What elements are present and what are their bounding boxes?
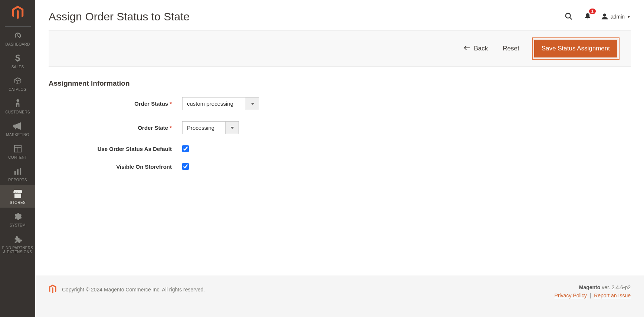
- svg-rect-1: [14, 145, 21, 152]
- report-link[interactable]: Report an Issue: [594, 293, 631, 298]
- separator: |: [590, 293, 591, 298]
- magento-small-icon: [49, 284, 57, 295]
- dashboard-icon: [0, 30, 35, 41]
- order-state-value: Processing: [183, 122, 225, 134]
- chart-icon: [0, 166, 35, 176]
- sidebar-item-sales[interactable]: SALES: [0, 49, 35, 72]
- sidebar-item-customers[interactable]: CUSTOMERS: [0, 95, 35, 117]
- sidebar-item-reports[interactable]: REPORTS: [0, 162, 35, 185]
- form-section: Assignment Information Order Status* cus…: [35, 67, 644, 194]
- sidebar-item-label: DASHBOARD: [0, 42, 35, 46]
- save-button[interactable]: Save Status Assignment: [534, 40, 617, 57]
- required-mark: *: [170, 100, 172, 107]
- page-title: Assign Order Status to State: [49, 10, 190, 23]
- visible-label: Visible On Storefront: [49, 164, 182, 170]
- search-icon: [565, 16, 573, 22]
- sidebar-item-system[interactable]: SYSTEM: [0, 208, 35, 230]
- order-status-label: Order Status*: [49, 100, 182, 107]
- search-button[interactable]: [563, 11, 574, 23]
- notification-badge: 1: [589, 9, 596, 14]
- required-mark: *: [170, 125, 172, 131]
- svg-line-8: [570, 17, 572, 19]
- user-menu[interactable]: admin ▼: [601, 13, 631, 21]
- page-header: Assign Order Status to State 1: [35, 0, 644, 30]
- sidebar-item-catalog[interactable]: CATALOG: [0, 72, 35, 95]
- magento-logo[interactable]: [5, 0, 31, 27]
- user-icon: [601, 13, 608, 21]
- store-icon: [0, 189, 35, 199]
- svg-rect-5: [17, 169, 19, 175]
- field-visible: Visible On Storefront: [49, 163, 631, 170]
- user-label: admin: [611, 14, 625, 20]
- chevron-down-icon: [246, 98, 259, 110]
- sidebar-item-label: CONTENT: [0, 155, 35, 159]
- box-icon: [0, 76, 35, 86]
- svg-rect-4: [14, 171, 16, 175]
- sidebar-item-content[interactable]: CONTENT: [0, 140, 35, 162]
- reset-button[interactable]: Reset: [503, 45, 519, 52]
- svg-rect-6: [20, 168, 21, 175]
- megaphone-icon: [0, 121, 35, 131]
- order-status-select[interactable]: custom processing: [182, 97, 259, 110]
- header-actions: 1 admin ▼: [563, 11, 631, 23]
- visible-checkbox[interactable]: [182, 163, 189, 170]
- sidebar-item-marketing[interactable]: MARKETING: [0, 117, 35, 140]
- privacy-link[interactable]: Privacy Policy: [555, 293, 587, 298]
- footer-right: Magento ver. 2.4.6-p2 Privacy Policy | R…: [555, 284, 631, 298]
- footer-left: Copyright © 2024 Magento Commerce Inc. A…: [49, 284, 205, 295]
- svg-point-7: [566, 13, 571, 18]
- puzzle-icon: [0, 234, 35, 244]
- sidebar-item-label: SYSTEM: [0, 223, 35, 227]
- layout-icon: [0, 143, 35, 154]
- default-checkbox[interactable]: [182, 145, 189, 152]
- copyright-text: Copyright © 2024 Magento Commerce Inc. A…: [62, 287, 205, 293]
- gear-icon: [0, 211, 35, 222]
- field-order-status: Order Status* custom processing: [49, 97, 631, 110]
- field-default: Use Order Status As Default: [49, 145, 631, 152]
- sidebar-item-label: FIND PARTNERS & EXTENSIONS: [0, 246, 35, 254]
- svg-point-0: [16, 99, 19, 102]
- admin-sidebar: DASHBOARD SALES CATALOG CUSTOMERS MARKET: [0, 0, 35, 317]
- back-label: Back: [474, 45, 488, 52]
- arrow-left-icon: [464, 45, 470, 52]
- sidebar-item-stores[interactable]: STORES: [0, 185, 35, 208]
- dollar-icon: [0, 53, 35, 63]
- page-footer: Copyright © 2024 Magento Commerce Inc. A…: [35, 275, 644, 317]
- sidebar-item-partners[interactable]: FIND PARTNERS & EXTENSIONS: [0, 230, 35, 257]
- back-button[interactable]: Back: [464, 45, 488, 52]
- reset-label: Reset: [503, 45, 519, 52]
- sidebar-item-label: MARKETING: [0, 133, 35, 137]
- order-state-select[interactable]: Processing: [182, 121, 239, 134]
- person-icon: [0, 98, 35, 109]
- sidebar-item-label: CATALOG: [0, 87, 35, 92]
- action-bar: Back Reset Save Status Assignment: [49, 30, 631, 67]
- notifications-button[interactable]: 1: [582, 11, 593, 23]
- field-order-state: Order State* Processing: [49, 121, 631, 134]
- version-text: Magento ver. 2.4.6-p2: [555, 284, 631, 290]
- sidebar-item-label: SALES: [0, 65, 35, 69]
- order-state-label: Order State*: [49, 125, 182, 131]
- magento-icon: [12, 6, 24, 21]
- sidebar-item-label: REPORTS: [0, 178, 35, 182]
- svg-marker-12: [230, 127, 234, 129]
- chevron-down-icon: [225, 122, 239, 134]
- main-content: Assign Order Status to State 1: [35, 0, 644, 317]
- sidebar-item-label: STORES: [0, 201, 35, 205]
- section-title: Assignment Information: [49, 79, 631, 87]
- sidebar-item-dashboard[interactable]: DASHBOARD: [0, 27, 35, 49]
- bell-icon: [584, 16, 591, 22]
- order-status-value: custom processing: [183, 98, 246, 110]
- caret-down-icon: ▼: [627, 15, 631, 19]
- sidebar-item-label: CUSTOMERS: [0, 110, 35, 114]
- svg-point-9: [603, 13, 606, 16]
- default-label: Use Order Status As Default: [49, 146, 182, 152]
- svg-marker-11: [251, 103, 254, 105]
